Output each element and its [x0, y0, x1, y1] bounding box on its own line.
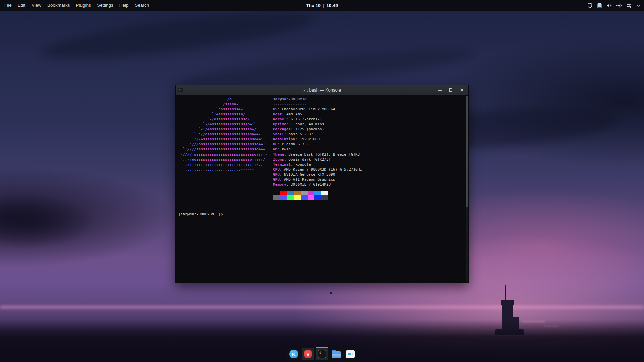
shell-prompt: [sar@sar-9800x3d ~]$: [178, 212, 223, 217]
dock: K V $_: [286, 347, 358, 361]
dock-item-kde-launcher[interactable]: K: [287, 348, 300, 360]
color-swatch: [321, 191, 328, 195]
window-controls: [435, 85, 467, 95]
menu-bookmarks[interactable]: Bookmarks: [44, 0, 73, 11]
neofetch-info: sar@sar-9800x3d---------------OS: Endeav…: [273, 97, 362, 187]
color-swatch: [308, 195, 315, 200]
color-swatch: [287, 191, 294, 195]
color-swatch: [321, 195, 328, 200]
color-swatch: [294, 191, 301, 195]
close-button[interactable]: [456, 85, 467, 95]
volume-icon[interactable]: [605, 2, 613, 9]
vivaldi-icon: V: [304, 350, 312, 358]
menu-search[interactable]: Search: [131, 0, 152, 11]
clock-time: 10:49: [326, 3, 338, 8]
color-swatch: [294, 195, 301, 200]
scrollbar-thumb[interactable]: [466, 96, 468, 207]
clipboard-icon[interactable]: [596, 2, 603, 9]
terminal-scrollbar[interactable]: [466, 96, 468, 282]
settings-icon: [346, 350, 355, 358]
konsole-app-icon: $: [178, 88, 183, 92]
color-swatch: [308, 191, 315, 195]
menu-view[interactable]: View: [29, 0, 44, 11]
window-titlebar[interactable]: $ ~ : bash — Konsole: [176, 85, 468, 95]
minimize-icon: [438, 90, 442, 90]
color-swatch: [273, 195, 280, 200]
color-swatch: [301, 191, 308, 195]
dock-item-dolphin[interactable]: [330, 348, 342, 360]
dock-item-vivaldi[interactable]: V: [302, 348, 314, 360]
menu-file[interactable]: File: [1, 0, 15, 11]
dock-item-system-settings[interactable]: [344, 348, 357, 360]
clock-date: Thu 19: [306, 3, 321, 8]
konsole-icon: $_: [318, 350, 326, 358]
menu-settings[interactable]: Settings: [94, 0, 116, 11]
color-swatch: [273, 191, 280, 195]
mast-silhouette: [331, 283, 331, 293]
global-menubar: File Edit View Bookmarks Plugins Setting…: [1, 0, 152, 11]
color-swatch: [280, 191, 287, 195]
maximize-icon: [449, 88, 452, 92]
cloud-streak: [40, 3, 316, 67]
landmass-silhouette: [0, 188, 134, 255]
window-title: ~ : bash — Konsole: [176, 87, 468, 93]
folder-icon: [332, 351, 341, 358]
palette-row-1: [273, 191, 328, 195]
kde-logo-icon: K: [289, 350, 298, 358]
toggle-glyph: [348, 353, 353, 355]
konsole-window: $ ~ : bash — Konsole ./o. ./sssso- `:oss…: [175, 85, 469, 283]
neofetch-art: ./o. ./sssso- `:osssssss+- `:+ssssssssss…: [178, 97, 267, 172]
color-swatch: [314, 191, 321, 195]
minimize-button[interactable]: [435, 85, 445, 95]
horizon-glow: [0, 306, 644, 309]
desktop: File Edit View Bookmarks Plugins Setting…: [0, 0, 644, 362]
terminal-color-palette: [273, 191, 328, 200]
maximize-button[interactable]: [445, 85, 456, 95]
menu-edit[interactable]: Edit: [15, 0, 29, 11]
network-icon[interactable]: [625, 2, 632, 9]
panel-clock[interactable]: Thu 19 | 10:49: [306, 0, 338, 11]
chevron-down-icon[interactable]: [635, 2, 642, 9]
color-swatch: [301, 195, 308, 200]
terminal-area[interactable]: ./o. ./sssso- `:osssssss+- `:+ssssssssss…: [176, 95, 468, 283]
palette-row-2: [273, 195, 328, 200]
color-swatch: [287, 195, 294, 200]
dock-item-konsole[interactable]: $_: [316, 348, 328, 360]
shield-icon[interactable]: [586, 2, 593, 9]
clock-separator: |: [323, 3, 324, 8]
system-tray: [586, 0, 642, 11]
close-icon: [460, 88, 464, 92]
menu-plugins[interactable]: Plugins: [73, 0, 94, 11]
top-panel: File Edit View Bookmarks Plugins Setting…: [0, 0, 644, 11]
brightness-icon[interactable]: [615, 2, 623, 9]
color-swatch: [314, 195, 321, 200]
color-swatch: [280, 195, 287, 200]
active-window-indicator: [316, 347, 328, 348]
menu-help[interactable]: Help: [116, 0, 132, 11]
